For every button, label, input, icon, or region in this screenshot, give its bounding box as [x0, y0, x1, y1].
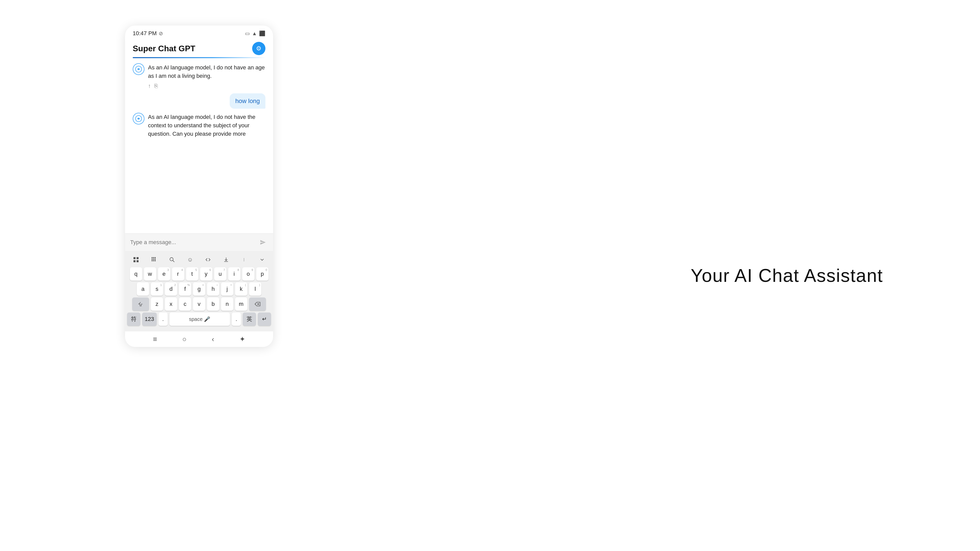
key-l[interactable]: l)	[249, 283, 261, 295]
nav-star-button[interactable]: ✦	[239, 335, 245, 343]
share-icon[interactable]: ↑	[148, 83, 151, 89]
settings-button[interactable]: ⚙	[252, 42, 266, 55]
svg-rect-5	[137, 257, 138, 259]
svg-rect-12	[153, 259, 154, 260]
kb-grid4-icon[interactable]	[130, 255, 142, 264]
svg-point-1	[138, 68, 139, 70]
key-j[interactable]: j=	[221, 283, 233, 295]
message-input[interactable]	[130, 239, 254, 246]
chat-area: As an AI language model, I do not have a…	[125, 58, 273, 233]
key-s[interactable]: s1	[151, 283, 163, 295]
svg-rect-7	[137, 260, 138, 262]
key-x[interactable]: x	[165, 297, 177, 311]
kb-grid-icon[interactable]	[148, 255, 160, 264]
nav-back-button[interactable]: ‹	[212, 335, 214, 343]
key-v[interactable]: v	[193, 297, 205, 311]
key-123[interactable]: 123	[142, 313, 157, 326]
keyboard-row-2: a s1 d2 f% g× h÷ j= k( l)	[127, 283, 271, 295]
input-bar	[125, 233, 273, 251]
ai-bubble-1-actions: ↑ ⎘	[148, 83, 266, 89]
key-shift[interactable]	[132, 297, 149, 311]
kb-search-icon[interactable]	[166, 255, 178, 264]
user-message-1-text: how long	[235, 97, 260, 104]
key-dot-left[interactable]: .	[159, 313, 168, 326]
send-button[interactable]	[258, 237, 268, 248]
key-m[interactable]: m	[235, 297, 247, 311]
ai-message-2: As an AI language model, I do not have t…	[133, 113, 266, 138]
key-space[interactable]: space 🎤	[169, 313, 230, 326]
key-f[interactable]: f%	[179, 283, 191, 295]
ai-message-2-text: As an AI language model, I do not have t…	[148, 113, 266, 138]
key-space-label: space 🎤	[189, 316, 210, 322]
key-h[interactable]: h÷	[207, 283, 219, 295]
key-e[interactable]: e3	[158, 267, 170, 281]
key-backspace[interactable]	[249, 297, 266, 311]
nav-star-icon: ✦	[239, 335, 245, 343]
kb-download-icon[interactable]	[221, 255, 232, 264]
nav-menu-button[interactable]: ≡	[153, 335, 157, 343]
svg-rect-11	[151, 259, 153, 260]
tagline: Your AI Chat Assistant	[690, 265, 883, 286]
settings-icon: ⚙	[256, 45, 262, 52]
key-hanzi[interactable]: 英	[243, 313, 256, 326]
key-b[interactable]: b	[207, 297, 219, 311]
status-bar: 10:47 PM ⊘ ▭ ▲ ⬛	[125, 25, 273, 39]
app-header: Super Chat GPT ⚙	[125, 39, 273, 57]
copy-icon[interactable]: ⎘	[154, 83, 158, 89]
signal-icon: ⊘	[159, 30, 163, 37]
keyboard-row-1: q w e3 r4 t5 y6 u7 i8 o9 p0	[127, 267, 271, 281]
app-title: Super Chat GPT	[133, 44, 195, 53]
svg-rect-6	[134, 260, 135, 262]
kb-code-icon[interactable]	[202, 255, 213, 264]
user-bubble-1: how long	[230, 94, 266, 109]
key-z[interactable]: z	[151, 297, 163, 311]
keyboard: ☺ q	[125, 251, 273, 331]
time-display: 10:47 PM	[133, 30, 157, 37]
battery-icon: ▭	[245, 30, 250, 37]
ai-bubble-1: As an AI language model, I do not have a…	[148, 63, 266, 89]
key-c[interactable]: c	[179, 297, 191, 311]
signal-bars-icon: ⬛	[259, 30, 266, 37]
nav-home-button[interactable]: ○	[182, 335, 186, 343]
ai-avatar-2	[133, 113, 145, 124]
nav-back-icon: ‹	[212, 335, 214, 343]
key-g[interactable]: g×	[193, 283, 205, 295]
user-message-1: how long	[133, 94, 266, 109]
key-u[interactable]: u7	[214, 267, 226, 281]
key-dot-right[interactable]: .	[232, 313, 241, 326]
key-n[interactable]: n	[221, 297, 233, 311]
key-d[interactable]: d2	[165, 283, 177, 295]
nav-menu-icon: ≡	[153, 335, 157, 343]
wifi-icon: ▲	[252, 30, 257, 37]
svg-line-18	[173, 260, 174, 262]
key-p[interactable]: p0	[256, 267, 269, 281]
ai-avatar-1	[133, 63, 145, 75]
key-a[interactable]: a	[137, 283, 149, 295]
key-enter[interactable]: ↵	[258, 313, 271, 326]
kb-more-icon[interactable]	[239, 255, 250, 264]
kb-emoji-icon[interactable]: ☺	[185, 255, 196, 264]
nav-home-icon: ○	[182, 335, 186, 343]
key-w[interactable]: w	[144, 267, 156, 281]
ai-message-1: As an AI language model, I do not have a…	[133, 63, 266, 89]
svg-point-17	[170, 258, 173, 261]
key-q[interactable]: q	[130, 267, 142, 281]
ai-message-1-text: As an AI language model, I do not have a…	[148, 63, 266, 80]
kb-chevron-down-icon[interactable]	[256, 255, 268, 264]
svg-rect-10	[155, 257, 156, 258]
key-t[interactable]: t5	[186, 267, 198, 281]
key-o[interactable]: o9	[242, 267, 255, 281]
key-k[interactable]: k(	[235, 283, 247, 295]
svg-rect-13	[155, 259, 156, 260]
key-y[interactable]: y6	[200, 267, 212, 281]
key-r[interactable]: r4	[172, 267, 184, 281]
svg-rect-16	[155, 260, 156, 261]
key-i[interactable]: i8	[228, 267, 240, 281]
nav-bar: ≡ ○ ‹ ✦	[125, 331, 273, 347]
keyboard-toolbar: ☺	[127, 254, 271, 267]
svg-rect-9	[153, 257, 154, 258]
status-right: ▭ ▲ ⬛	[245, 30, 266, 37]
key-fu[interactable]: 符	[127, 313, 140, 326]
key-hanzi-label: 英	[247, 315, 252, 323]
svg-point-3	[138, 118, 139, 119]
